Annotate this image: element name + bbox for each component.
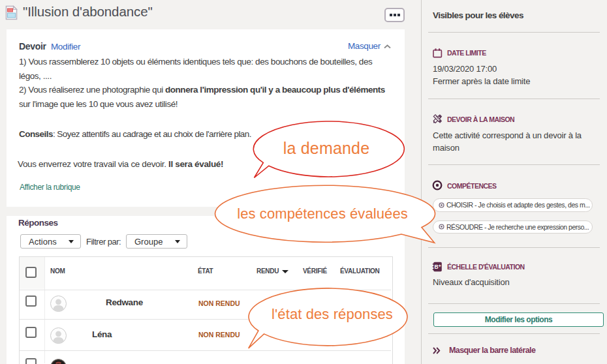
svg-text:la demande: la demande xyxy=(283,139,370,157)
svg-text:les compétences évaluées: les compétences évaluées xyxy=(237,205,408,222)
svg-text:l'état des réponses: l'état des réponses xyxy=(272,306,393,322)
